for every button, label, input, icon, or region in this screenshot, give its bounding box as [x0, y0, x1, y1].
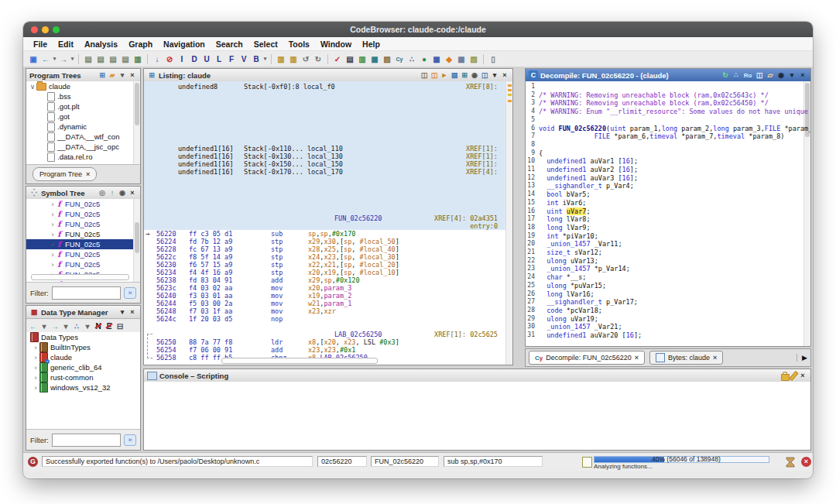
- listing-row[interactable]: [155, 137, 505, 145]
- graph-icon[interactable]: ∴: [406, 53, 417, 64]
- open-program-icon-2[interactable]: ▤: [95, 53, 106, 64]
- open-program-icon-4[interactable]: ▤: [120, 53, 131, 64]
- lock-icon[interactable]: [781, 374, 790, 381]
- expander-icon[interactable]: ›: [50, 251, 56, 259]
- menu-file[interactable]: File: [28, 39, 53, 49]
- decompile-header[interactable]: C Decompile: FUN_02c56220 - (claude) ↻∴R…: [526, 69, 810, 82]
- listing-row[interactable]: [155, 176, 505, 183]
- expander-icon[interactable]: ›: [33, 344, 39, 351]
- decompile-line[interactable]: 25 ulong *puVar15;: [526, 282, 803, 290]
- symbol-tree-item[interactable]: ›fFUN_02c5: [26, 219, 140, 229]
- listing-row[interactable]: [155, 323, 505, 331]
- menu-help[interactable]: Help: [357, 39, 385, 49]
- expander-icon[interactable]: ›: [33, 374, 39, 382]
- decompile-line[interactable]: 19 int *piVar10;: [526, 232, 803, 241]
- listing-row[interactable]: [155, 106, 505, 114]
- program-tree-tab[interactable]: Program Tree ×: [33, 167, 97, 181]
- letter-b-icon[interactable]: B: [251, 53, 262, 64]
- program-tree-item[interactable]: .dynamic: [26, 122, 140, 132]
- decompile-line[interactable]: 23 _union_1457 *p_Var14;: [526, 265, 803, 273]
- expander-icon[interactable]: ›: [50, 201, 56, 208]
- dtm-filter-input[interactable]: [52, 434, 121, 447]
- redo-icon[interactable]: ↻: [313, 53, 324, 64]
- decompile-line[interactable]: 14 bool bVar5;: [526, 190, 803, 199]
- menu-graph[interactable]: Graph: [123, 39, 158, 49]
- listing-row[interactable]: [155, 183, 505, 191]
- clipboard-icon[interactable]: ▯: [488, 53, 499, 64]
- byte-viewer-icon[interactable]: ▦: [456, 53, 467, 64]
- listing-row[interactable]: 56220ff c3 05 d1subsp,sp,#0x170: [155, 230, 505, 238]
- filter-edit-icon[interactable]: E: [104, 321, 114, 331]
- listing-row[interactable]: 56248f7 03 1f aamovx23,xzr: [155, 307, 505, 315]
- menu-analysis[interactable]: Analysis: [79, 39, 123, 49]
- listing-row[interactable]: LAB_02c56250XREF[1]: 02c5625: [155, 331, 505, 338]
- panel-toggle-icon[interactable]: ◫: [480, 70, 489, 80]
- layout-dropdown-icon[interactable]: ▾: [83, 321, 92, 331]
- back-dropdown-icon[interactable]: ▾: [39, 321, 49, 331]
- program-trees-header[interactable]: Program Trees ⊞▰▾×: [26, 69, 140, 82]
- expander-icon[interactable]: ›: [50, 231, 56, 238]
- menu-navigation[interactable]: Navigation: [158, 39, 211, 49]
- symbol-tree-item[interactable]: ›fFUN_02c5: [26, 209, 140, 219]
- snapshot-icon[interactable]: ◉: [776, 70, 786, 80]
- decompile-line[interactable]: 27 __sighandler_t p_Var17;: [526, 298, 803, 307]
- dtm-archive-item[interactable]: ›rust-common: [26, 372, 140, 382]
- decompile-line[interactable]: 6void FUN_02c56220(uint param_1,long par…: [526, 125, 803, 133]
- memory-search-2-icon[interactable]: ▥: [288, 53, 299, 64]
- expander-icon[interactable]: ›: [33, 384, 39, 392]
- diff-icon[interactable]: ▤: [450, 70, 459, 80]
- symbol-tree-item[interactable]: ›fFUN_02c5: [26, 199, 140, 209]
- expander-icon[interactable]: ›: [33, 354, 39, 362]
- memory-map-icon[interactable]: ▦: [431, 53, 442, 64]
- decompile-line[interactable]: 13 __sighandler_t p_Var4;: [526, 182, 803, 190]
- listing-row[interactable]: 56228fc 67 13 a9stpx28,x25,[sp, #local_4…: [155, 245, 505, 253]
- copy-icon[interactable]: ◫: [420, 70, 429, 80]
- decompile-line[interactable]: 30 _union_1457 _Var21;: [526, 323, 803, 331]
- expander-icon[interactable]: ›: [50, 261, 56, 269]
- close-icon[interactable]: ×: [798, 70, 807, 80]
- close-icon[interactable]: ×: [500, 70, 509, 80]
- letter-dropdown-icon[interactable]: ▾: [262, 53, 268, 64]
- decompile-line[interactable]: 7 FILE *param_6,timeval *param_7,timeval…: [526, 132, 803, 141]
- decompile-line[interactable]: 29 ulong uVar19;: [526, 315, 803, 324]
- window-table-icon[interactable]: ▦: [369, 53, 380, 64]
- listing-row[interactable]: [155, 129, 505, 137]
- listing-row[interactable]: [155, 98, 505, 106]
- edit-listing-icon[interactable]: ▧: [468, 53, 479, 64]
- forward-icon[interactable]: →: [58, 53, 69, 64]
- letter-v-icon[interactable]: V: [238, 53, 249, 64]
- close-icon[interactable]: ×: [128, 307, 137, 317]
- copy-icon[interactable]: ◫: [755, 70, 764, 80]
- program-tree-item[interactable]: .got: [26, 111, 140, 122]
- margin-icon[interactable]: ⊞: [460, 70, 469, 80]
- program-tree-item[interactable]: .bss: [26, 91, 140, 101]
- undo-icon[interactable]: ↺: [300, 53, 311, 64]
- decompile-line[interactable]: 16 uint uVar7;: [526, 207, 803, 216]
- expander-icon[interactable]: ›: [50, 241, 56, 249]
- close-icon[interactable]: ×: [128, 70, 137, 80]
- tab-overflow-icon[interactable]: ▶: [797, 354, 807, 362]
- decompile-line[interactable]: 17 long lVar8;: [526, 215, 803, 224]
- listing-row[interactable]: [155, 122, 505, 129]
- decompile-line[interactable]: 4/* WARNING: Enum "__rlimit_resource": S…: [526, 108, 803, 116]
- dtm-archive-item[interactable]: ›✓claude: [26, 352, 140, 362]
- decompile-line[interactable]: 20 _union_1457 _Var11;: [526, 240, 803, 249]
- menu-select[interactable]: Select: [248, 39, 283, 49]
- program-tree-item[interactable]: .data.rel.ro: [26, 152, 140, 162]
- decompile-line[interactable]: 9{: [526, 149, 803, 158]
- listing-row[interactable]: 56244f5 03 00 2amovw21,param_1: [155, 300, 505, 307]
- close-icon[interactable]: ×: [128, 188, 137, 197]
- letter-d-icon[interactable]: D: [189, 53, 200, 64]
- dtm-filter-options-icon[interactable]: »: [124, 434, 136, 446]
- menu-search[interactable]: Search: [211, 39, 248, 49]
- export-icon[interactable]: ▤: [344, 53, 355, 64]
- symbol-tree-item[interactable]: ›fFUN_02c5: [26, 229, 140, 239]
- back-icon[interactable]: ←: [40, 53, 51, 64]
- listing-header[interactable]: ⊞ Listing: claude ◫◫►▤⊞◉◫▾×: [144, 69, 512, 82]
- back-icon[interactable]: ←: [29, 321, 38, 331]
- selection-cursor-icon[interactable]: ►: [440, 70, 449, 80]
- listing-row[interactable]: [155, 191, 505, 199]
- listing-row[interactable]: undefined1[16]Stack[-0x150... local_150X…: [155, 160, 505, 168]
- listing-row[interactable]: 56230f6 57 15 a9stpx22,x21,[sp, #local_2…: [155, 261, 505, 269]
- decompile-line[interactable]: 21 size_t sVar12;: [526, 249, 803, 257]
